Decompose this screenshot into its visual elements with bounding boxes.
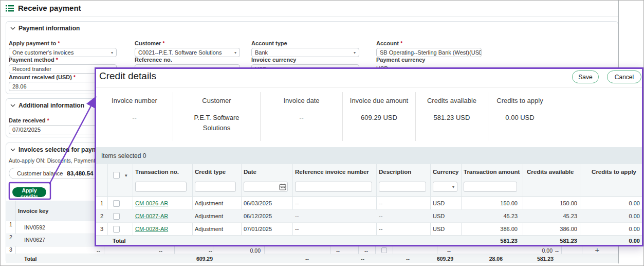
filter-description-input[interactable]	[379, 182, 426, 192]
column-divider	[375, 246, 376, 254]
row-checkbox[interactable]	[113, 200, 120, 207]
apply-credits-button[interactable]: Apply credits	[12, 187, 46, 197]
row-checkbox[interactable]	[113, 226, 120, 233]
summary-invoice-due-amount: Invoice due amount 609.29 USD	[342, 92, 415, 141]
add-line-button[interactable]: +	[593, 245, 602, 255]
summary-label: Invoice date	[261, 97, 342, 104]
account-select[interactable]: SB Operating--Sterling Bank (West)(USD)▾	[376, 48, 482, 57]
credit-type-cell: Adjustment	[195, 226, 223, 232]
total-label: Total	[24, 256, 36, 262]
field-label: Payment method	[9, 57, 117, 63]
total-cell: 609.29	[187, 256, 213, 262]
column-header: Transaction no.	[135, 169, 179, 175]
summary-credits-available: Credits available 581.23 USD	[415, 92, 488, 141]
chevron-down-icon[interactable]: ▾	[125, 173, 127, 178]
row-checkbox[interactable]	[113, 213, 120, 220]
chevron-down-icon	[10, 104, 15, 107]
additional-information-section-toggle[interactable]: Additional information	[10, 102, 84, 109]
description-cell: --	[379, 213, 382, 219]
menu-icon[interactable]	[6, 5, 14, 12]
total-cell: 28.06	[477, 256, 503, 262]
credits-to-apply-cell: 0.00	[580, 226, 640, 232]
credit-row: 1 CM-0026-AR Adjustment 06/03/2025 -- --…	[96, 197, 642, 210]
invoice-key-cell: INV0627	[24, 237, 45, 243]
column-divider	[174, 246, 175, 254]
total-cell: --	[361, 256, 364, 262]
description-cell: --	[379, 226, 382, 232]
filter-currency-select[interactable]: ▾	[433, 182, 457, 192]
row-number: 2	[96, 213, 107, 219]
column-divider	[213, 246, 213, 254]
field-label: Apply payment to	[9, 40, 117, 46]
section-label: Payment information	[19, 25, 80, 32]
calendar-icon[interactable]	[279, 183, 286, 190]
transaction-link[interactable]: CM-0027-AR	[135, 213, 168, 219]
section-label: Invoices selected for payment	[19, 146, 106, 153]
apply-payment-to-select[interactable]: One customer's invoices▾	[9, 48, 117, 57]
filter-transaction-no-input[interactable]	[135, 182, 187, 192]
total-transaction-amount: 581.23	[461, 238, 518, 244]
summary-label: Invoice due amount	[343, 97, 415, 104]
credits-available-cell: 386.00	[523, 226, 577, 232]
invoice-key-cell: INV0592	[24, 224, 45, 230]
column-divider	[104, 246, 104, 254]
chevron-down-icon: ▾	[354, 50, 356, 55]
chevron-down-icon	[10, 27, 15, 30]
date-cell: 06/03/2025	[244, 200, 272, 206]
transaction-link[interactable]: CM-0028-AR	[135, 226, 168, 232]
summary-label: Customer	[173, 97, 260, 104]
filter-credit-type-input[interactable]	[195, 182, 236, 192]
customer-balance-label: Customer balance	[17, 170, 63, 176]
field-label: Customer	[135, 40, 240, 46]
title-bar: Receive payment	[1, 1, 618, 16]
row-number: 3	[96, 226, 107, 232]
row3-cell: 0.00	[527, 247, 553, 254]
select-all-checkbox[interactable]	[113, 172, 120, 179]
filter-transaction-amount-input[interactable]	[464, 182, 517, 192]
currency-cell: USD	[433, 200, 445, 206]
row-number: 1	[96, 200, 107, 206]
summary-credits-to-apply: Credits to apply 0.00 USD	[488, 92, 551, 141]
summary-value: --	[106, 113, 163, 123]
cancel-button[interactable]: Cancel	[607, 70, 641, 83]
column-header: Reference invoice number	[295, 169, 369, 175]
summary-value: 581.23 USD	[418, 113, 485, 123]
auto-apply-status: Auto-apply ON: Discounts, Payment	[9, 157, 95, 164]
row3-cell: 0.00	[235, 247, 261, 254]
transaction-link[interactable]: CM-0026-AR	[135, 200, 168, 206]
row3-cell: --	[364, 247, 368, 254]
summary-label: Credits to apply	[488, 97, 551, 104]
summary-value: 609.29 USD	[346, 113, 413, 123]
reference-cell: --	[295, 200, 299, 206]
summary-customer: Customer P.E.T. Software Solutions	[173, 92, 260, 141]
items-selected-bar: Items selected 0	[96, 147, 642, 164]
divider	[96, 87, 642, 87]
column-header: Credits available	[527, 169, 574, 175]
summary-value: P.E.T. Software Solutions	[188, 113, 246, 133]
invoices-selected-section-toggle[interactable]: Invoices selected for payment	[10, 146, 106, 153]
section-label: Additional information	[19, 102, 84, 109]
total-cell: 609.29	[428, 256, 453, 262]
summary-value: --	[273, 113, 330, 123]
column-header: Credits to apply	[580, 169, 636, 175]
total-cell: --	[406, 256, 410, 262]
field-label: Payment currency	[376, 57, 482, 63]
customer-select[interactable]: C0021--P.E.T. Software Solutions▾	[135, 48, 240, 57]
column-divider	[264, 246, 265, 254]
save-button[interactable]: Save	[572, 70, 599, 83]
row-number: 3	[6, 246, 15, 253]
credit-type-cell: Adjustment	[195, 200, 223, 206]
account-type-select[interactable]: Bank▾	[251, 48, 359, 57]
filter-reference-invoice-input[interactable]	[295, 182, 372, 192]
row3-cell: --	[159, 247, 162, 254]
credits-available-cell: 150.00	[523, 200, 577, 206]
column-divider	[561, 246, 562, 254]
customer-field: Customer C0021--P.E.T. Software Solution…	[135, 40, 240, 57]
payment-information-section-toggle[interactable]: Payment information	[10, 25, 80, 32]
chevron-down-icon: ▾	[452, 185, 454, 189]
row3-checkbox[interactable]	[381, 247, 387, 253]
transaction-amount-cell: 45.23	[461, 213, 518, 219]
summary-label: Invoice number	[96, 97, 173, 104]
account-type-field: Account type Bank▾	[251, 40, 359, 57]
credits-available-cell: 45.23	[523, 213, 577, 219]
